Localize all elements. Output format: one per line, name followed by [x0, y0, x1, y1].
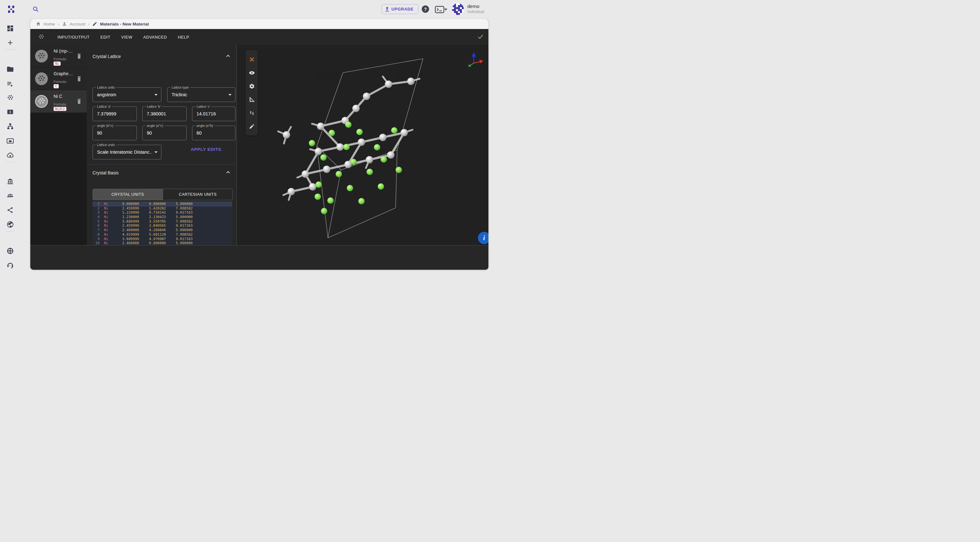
edit-icon[interactable]: [248, 123, 255, 130]
basis-row[interactable]: 10Ni2.4600000.0000005.000000: [92, 241, 232, 246]
delete-material-icon[interactable]: [76, 98, 82, 104]
tab-cartesian-units[interactable]: CARTESIAN UNITS: [163, 189, 233, 200]
menu-advanced[interactable]: ADVANCED: [143, 33, 167, 41]
sidebar-dashboard-icon[interactable]: [6, 25, 14, 32]
menu-help[interactable]: HELP: [177, 33, 190, 41]
person-icon: [62, 21, 67, 27]
material-title: Ni (mp-…: [54, 49, 78, 54]
editor-content: Ni (mp-… Formula: Ni Graphe… Formula: C: [30, 45, 488, 245]
sidebar-share-icon[interactable]: [6, 206, 14, 214]
material-avatar-icon: [35, 95, 48, 108]
viewport-toolbar: [246, 50, 258, 135]
sidebar-institution-icon[interactable]: [6, 177, 14, 185]
breadcrumb-separator: ›: [88, 22, 89, 27]
basis-row[interactable]: 4Ni1.2300002.1304235.000000: [92, 215, 232, 219]
menu-view[interactable]: VIEW: [121, 33, 133, 41]
lattice-units-scale-select[interactable]: Lattice units Scale Interatomic Distanc…: [92, 145, 161, 159]
upgrade-label: UPGRADE: [391, 7, 414, 11]
left-sidebar: 1: [0, 19, 21, 271]
sidebar-media-icon[interactable]: [6, 137, 14, 145]
material-formula-chip: Ni: [54, 62, 60, 66]
angle-ab-input[interactable]: angle (a^b) 60: [192, 125, 235, 140]
material-formula-label: Formula:: [54, 102, 67, 106]
collapse-basis-icon[interactable]: [225, 170, 231, 175]
pencil-icon: [92, 21, 97, 27]
basis-row[interactable]: 9Ni3.6899994.9709879.017163: [92, 237, 232, 241]
sidebar-materials-icon[interactable]: [6, 94, 14, 102]
lattice-type-select[interactable]: Lattice type Triclinic: [167, 87, 235, 102]
basis-row[interactable]: 8Ni4.9199995.6811287.008582: [92, 233, 232, 237]
sidebar-create-icon[interactable]: [6, 39, 14, 46]
sidebar-jobs-icon[interactable]: [6, 80, 14, 88]
crystal-viewport-canvas[interactable]: [237, 45, 488, 245]
bottom-strip: [30, 245, 488, 270]
material-formula-chip: Ni3C2: [54, 107, 66, 111]
visibility-icon[interactable]: [248, 69, 255, 76]
material-avatar-icon: [35, 49, 48, 63]
angle-bc-input[interactable]: angle (b^c) 90: [92, 125, 137, 140]
basis-row[interactable]: 1Ni0.0000000.0000005.000000: [92, 202, 232, 206]
material-item-2[interactable]: Graphe… Formula: C: [30, 68, 87, 90]
breadcrumb-account[interactable]: Account: [62, 21, 85, 27]
sidebar-team-icon[interactable]: [6, 192, 14, 200]
material-item-1[interactable]: Ni (mp-… Formula: Ni: [30, 45, 87, 67]
section-divider: [87, 164, 237, 165]
basis-row[interactable]: 7Ni2.4600004.2608465.000000: [92, 228, 232, 233]
saved-check-icon[interactable]: [477, 33, 484, 40]
delete-material-icon[interactable]: [76, 52, 82, 59]
sidebar-bank-one-icon[interactable]: 1: [6, 108, 14, 116]
chevron-down-icon: [154, 94, 158, 97]
info-button[interactable]: i: [478, 232, 488, 244]
angle-ac-input[interactable]: angle (a^c) 90: [142, 125, 187, 140]
breadcrumb-current: Materials - New Material: [92, 21, 149, 27]
help-icon[interactable]: ?: [422, 5, 429, 13]
material-title: Graphe…: [54, 71, 78, 76]
upload-icon: [385, 7, 389, 11]
search-icon[interactable]: [32, 6, 39, 13]
avatar: [452, 3, 464, 15]
basis-row[interactable]: 6Ni2.4599992.8405659.017163: [92, 223, 232, 228]
sidebar-divider: [6, 231, 15, 231]
sidebar-helm-icon[interactable]: [6, 247, 14, 255]
menu-items: INPUT/OUTPUT EDIT VIEW ADVANCED HELP: [57, 33, 190, 41]
chevron-down-icon: [154, 151, 158, 155]
material-avatar-icon: [35, 72, 48, 86]
crystal-basis-title: Crystal Basis: [92, 170, 119, 175]
app-logo-icon[interactable]: [7, 5, 16, 14]
delete-material-icon[interactable]: [76, 75, 82, 82]
basis-row[interactable]: 3Ni1.2299990.7101429.017163: [92, 211, 232, 215]
swap-vertical-icon[interactable]: [248, 109, 255, 116]
sidebar-support-icon[interactable]: [6, 261, 14, 269]
sidebar-projects-icon[interactable]: [6, 65, 14, 73]
lattice-b-input[interactable]: Lattice 'b' 7.380001: [142, 106, 187, 121]
user-menu[interactable]: demo Individual: [452, 3, 484, 15]
breadcrumb-home[interactable]: Home: [36, 21, 55, 27]
close-icon[interactable]: [248, 56, 255, 63]
material-molecule-icon: [38, 33, 45, 41]
material-title: Ni C: [54, 94, 78, 99]
sidebar-cloud-upload-icon[interactable]: [6, 151, 14, 159]
menu-edit[interactable]: EDIT: [100, 33, 111, 41]
measure-icon[interactable]: [248, 96, 255, 103]
upgrade-button[interactable]: UPGRADE: [382, 4, 418, 14]
sidebar-globe-icon[interactable]: [6, 220, 14, 228]
basis-row[interactable]: 5Ni3.6899993.5507057.008582: [92, 219, 232, 224]
lattice-units-select[interactable]: Lattice units angstrom: [92, 87, 161, 102]
main-window: Home › Account › Materials - New Materia…: [30, 19, 488, 270]
crystal-3d-viewport: i: [237, 45, 488, 245]
lattice-c-input[interactable]: Lattice 'c' 14.01716: [192, 106, 235, 121]
terminal-menu-icon[interactable]: [435, 6, 448, 13]
apply-edits-button[interactable]: APPLY EDITS: [178, 145, 234, 154]
sidebar-divider: [6, 162, 15, 162]
sidebar-workflows-icon[interactable]: [6, 122, 14, 130]
top-bar: UPGRADE ? demo Individual: [0, 0, 490, 19]
material-item-3-selected[interactable]: Ni C Formula: Ni3C2: [30, 90, 87, 113]
tab-crystal-units[interactable]: CRYSTAL UNITS: [93, 189, 163, 200]
settings-icon[interactable]: [248, 82, 255, 90]
basis-row[interactable]: 2Ni2.4599991.4202827.008582: [92, 206, 232, 211]
collapse-lattice-icon[interactable]: [225, 53, 231, 59]
material-formula-label: Formula:: [54, 57, 67, 61]
menu-input-output[interactable]: INPUT/OUTPUT: [57, 33, 90, 41]
breadcrumb-separator: ›: [58, 22, 59, 27]
lattice-a-input[interactable]: Lattice 'a' 7.379999: [92, 106, 137, 121]
